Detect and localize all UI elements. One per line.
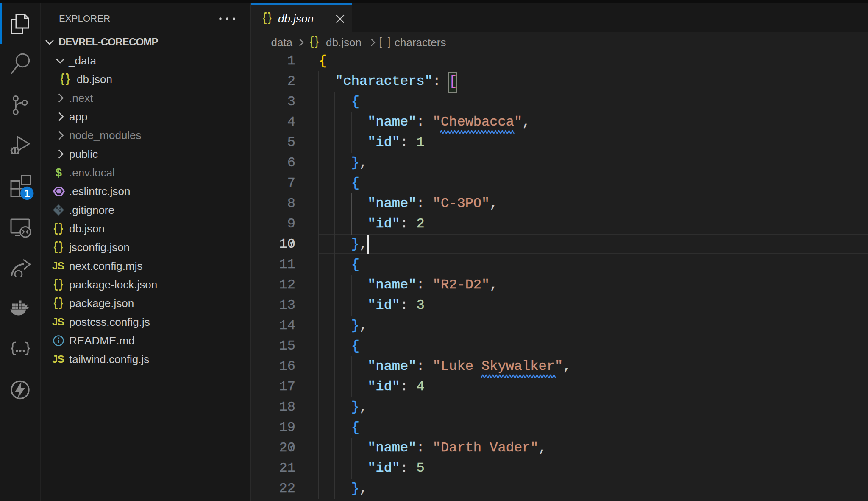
svg-text:1: 1	[24, 188, 30, 199]
